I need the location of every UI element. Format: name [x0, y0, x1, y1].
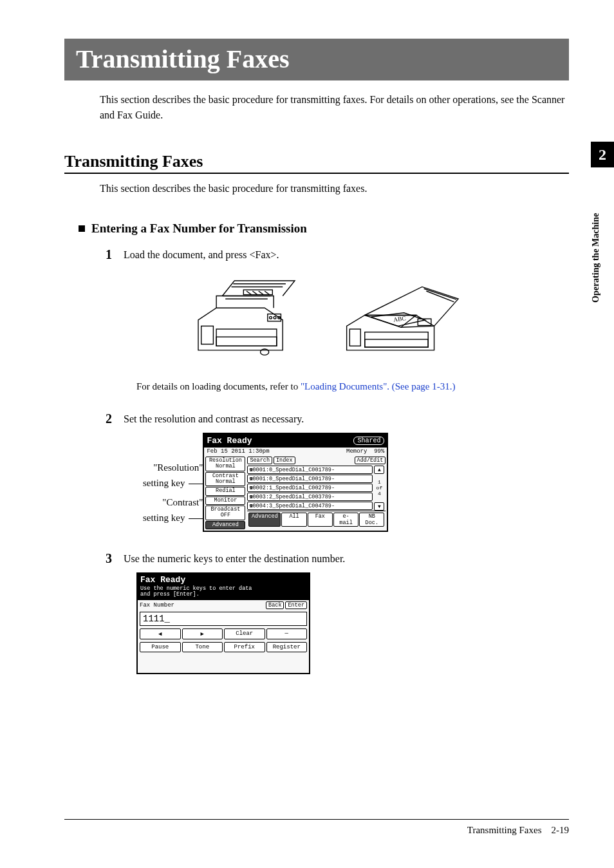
svg-rect-3: [216, 337, 277, 346]
lcd-screen-fax-number: Fax Ready Use the numeric keys to enter …: [136, 572, 310, 674]
svg-rect-12: [365, 339, 428, 347]
advanced-tab[interactable]: Advanced: [248, 513, 281, 527]
speed-dial-item[interactable]: ☎0001:0_SpeedDial_C001789-: [247, 475, 373, 483]
nbdoc-tab[interactable]: NB Doc.: [359, 513, 384, 527]
speed-dial-item[interactable]: ☎0003:2_SpeedDial_C003789-: [247, 493, 373, 501]
dash-button[interactable]: —: [266, 628, 308, 639]
svg-rect-10: [349, 329, 360, 346]
contrast-button[interactable]: ContrastNormal: [205, 472, 245, 487]
square-bullet-icon: [79, 225, 85, 232]
step-number: 1: [106, 247, 124, 262]
reference-line: For details on loading documents, refer …: [136, 381, 569, 392]
all-tab[interactable]: All: [281, 513, 306, 527]
lcd-title: Fax Ready: [207, 436, 252, 446]
cross-reference-link[interactable]: "Loading Documents". (See page 1-31.): [301, 381, 456, 392]
svg-rect-2: [216, 329, 277, 346]
monitor-button[interactable]: Monitor: [205, 496, 245, 505]
scroll-down-button[interactable]: ▼: [374, 502, 384, 511]
broadcast-button[interactable]: BroadcastOFF: [205, 505, 245, 520]
step-text: Set the resolution and contrast as neces…: [124, 411, 304, 426]
side-tab: 2 Operating the Machine: [591, 142, 614, 303]
pause-button[interactable]: Pause: [140, 642, 181, 652]
chapter-number-tab: 2: [591, 142, 614, 167]
back-button[interactable]: Back: [266, 601, 284, 609]
fax-number-label: Fax Number: [140, 602, 174, 609]
lcd-screen-fax-ready: Fax Ready Shared Feb 15 2011 1:30pm Memo…: [203, 433, 388, 532]
tone-button[interactable]: Tone: [182, 642, 223, 652]
svg-text:ABC: ABC: [393, 315, 406, 323]
search-button[interactable]: Search: [247, 457, 272, 464]
clear-button[interactable]: Clear: [224, 628, 265, 639]
prefix-button[interactable]: Prefix: [224, 642, 265, 652]
chapter-title: Transmitting Faxes: [64, 39, 569, 80]
printer-adf-illustration: [185, 272, 308, 368]
redial-button[interactable]: Redial: [205, 487, 245, 495]
cursor-left-button[interactable]: ◀: [140, 628, 181, 639]
section-intro: This section describes the basic procedu…: [100, 183, 569, 194]
page-footer: Transmitting Faxes 2-19: [64, 819, 569, 836]
shared-badge: Shared: [353, 437, 384, 445]
scroll-up-button[interactable]: ▲: [374, 466, 384, 474]
figure-row: ABC: [79, 272, 569, 368]
resolution-button[interactable]: ResolutionNormal: [205, 457, 245, 471]
step-text: Load the document, and press <Fax>.: [124, 247, 279, 262]
svg-point-6: [270, 316, 272, 319]
chapter-label-tab: Operating the Machine: [591, 187, 601, 303]
speed-dial-item[interactable]: ☎0002:1_SpeedDial_C002789-: [247, 484, 373, 492]
register-button[interactable]: Register: [266, 642, 308, 652]
speed-dial-item[interactable]: ☎0004:3_SpeedDial_C004789-: [247, 502, 373, 510]
email-tab[interactable]: e-mail: [333, 513, 358, 527]
cursor-right-button[interactable]: ▶: [182, 628, 223, 639]
svg-point-7: [274, 316, 276, 319]
callout-labels: "Resolution" setting key "Contrast" sett…: [143, 433, 203, 525]
step-number: 2: [106, 411, 124, 426]
chapter-intro: This section describes the basic procedu…: [100, 92, 569, 123]
advanced-button[interactable]: Advanced: [205, 521, 245, 529]
add-edit-button[interactable]: Add/Edit: [355, 457, 386, 464]
enter-button[interactable]: Enter: [285, 601, 307, 609]
fax-number-field[interactable]: 1111_: [140, 612, 307, 626]
lcd-datetime: Feb 15 2011 1:30pm: [207, 448, 269, 455]
fax-tab[interactable]: Fax: [308, 513, 333, 527]
index-button[interactable]: Index: [274, 457, 295, 464]
step-number: 3: [106, 551, 124, 566]
lcd2-title: Fax Ready: [138, 574, 309, 586]
svg-rect-1: [201, 326, 214, 344]
section-title: Transmitting Faxes: [64, 152, 569, 174]
speed-dial-item[interactable]: ☎0001:0_SpeedDial_C001789-: [247, 466, 373, 474]
lcd2-subtitle: Use the numeric keys to enter dataand pr…: [138, 586, 309, 600]
flatbed-illustration: ABC: [340, 272, 462, 368]
step-text: Use the numeric keys to enter the destin…: [124, 551, 345, 566]
subsection-title: Entering a Fax Number for Transmission: [79, 222, 569, 236]
